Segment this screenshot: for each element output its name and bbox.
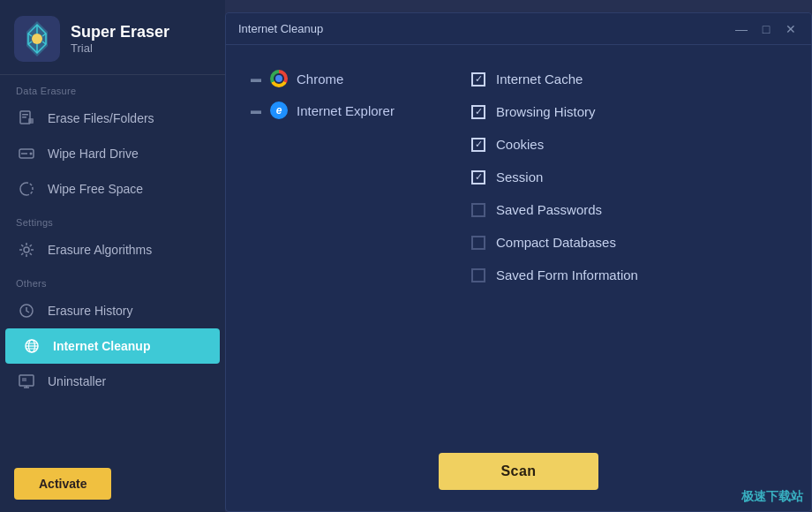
svg-point-15 — [30, 153, 33, 155]
erasure-history-icon — [16, 302, 37, 320]
maximize-button[interactable]: □ — [758, 23, 774, 35]
window-controls: — □ ✕ — [733, 23, 799, 35]
popup-window: Internet Cleanup — □ ✕ ▬ Chrome ▬ e Inte… — [225, 12, 812, 512]
checkbox-saved-form-info[interactable] — [471, 268, 485, 282]
checkbox-saved-passwords[interactable] — [471, 203, 485, 217]
ie-toggle[interactable]: ▬ — [251, 104, 261, 117]
popup-footer: Scan — [226, 439, 811, 511]
app-title-block: Super Eraser Trial — [71, 23, 169, 55]
svg-rect-12 — [22, 117, 26, 118]
watermark: 极速下载站 — [741, 489, 803, 505]
svg-rect-27 — [22, 378, 26, 381]
svg-rect-13 — [28, 118, 34, 124]
internet-cleanup-icon — [21, 337, 42, 355]
option-internet-cache-label: Internet Cache — [496, 72, 583, 87]
scan-button[interactable]: Scan — [439, 453, 598, 490]
sidebar-item-internet-cleanup-label: Internet Cleanup — [53, 339, 150, 353]
options-list: ✓ Internet Cache ✓ Browsing History ✓ Co… — [459, 63, 790, 421]
browser-item-chrome[interactable]: ▬ Chrome — [247, 63, 441, 94]
sidebar-item-wipe-hard-drive-label: Wipe Hard Drive — [48, 147, 139, 161]
sidebar-item-erasure-algorithms[interactable]: Erasure Algorithms — [0, 232, 225, 267]
close-button[interactable]: ✕ — [783, 23, 799, 35]
option-saved-passwords[interactable]: Saved Passwords — [468, 193, 790, 226]
uninstaller-icon — [16, 373, 37, 390]
sidebar-item-uninstaller-label: Uninstaller — [48, 374, 106, 388]
browser-list: ▬ Chrome ▬ e Internet Explorer — [247, 63, 459, 421]
sidebar-item-erasure-history[interactable]: Erasure History — [0, 293, 225, 328]
checkbox-browsing-history[interactable]: ✓ — [471, 105, 485, 119]
checkbox-session[interactable]: ✓ — [471, 170, 485, 184]
sidebar-item-internet-cleanup[interactable]: Internet Cleanup — [5, 328, 220, 364]
sidebar-item-erase-files-label: Erase Files/Folders — [48, 111, 154, 125]
option-session-label: Session — [496, 169, 543, 184]
option-saved-form-info-label: Saved Form Information — [496, 267, 638, 282]
popup-titlebar: Internet Cleanup — □ ✕ — [226, 13, 811, 45]
option-compact-databases-label: Compact Databases — [496, 235, 616, 250]
sidebar-item-wipe-hard-drive[interactable]: Wipe Hard Drive — [0, 136, 225, 171]
chrome-toggle[interactable]: ▬ — [251, 72, 261, 85]
minimize-button[interactable]: — — [733, 23, 749, 35]
sidebar-item-erasure-algorithms-label: Erasure Algorithms — [48, 243, 152, 257]
option-browsing-history[interactable]: ✓ Browsing History — [468, 95, 790, 128]
sidebar-item-wipe-free-space-label: Wipe Free Space — [48, 182, 143, 196]
app-logo — [14, 16, 60, 62]
option-saved-form-info[interactable]: Saved Form Information — [468, 259, 790, 291]
section-label-settings: Settings — [0, 207, 225, 232]
popup-title: Internet Cleanup — [238, 22, 733, 35]
option-browsing-history-label: Browsing History — [496, 104, 596, 119]
app-title: Super Eraser — [71, 23, 169, 41]
svg-point-3 — [32, 34, 42, 44]
browser-item-ie[interactable]: ▬ e Internet Explorer — [247, 94, 441, 126]
sidebar-item-erase-files[interactable]: Erase Files/Folders — [0, 101, 225, 136]
app-header: Super Eraser Trial — [0, 0, 225, 75]
erasure-algorithms-icon — [16, 241, 37, 259]
sidebar-bottom: Activate — [0, 456, 225, 512]
option-compact-databases[interactable]: Compact Databases — [468, 226, 790, 259]
option-cookies-label: Cookies — [496, 137, 544, 152]
section-label-data-erasure: Data Erasure — [0, 75, 225, 101]
erase-files-icon — [16, 109, 37, 127]
ie-label: Internet Explorer — [297, 103, 395, 118]
sidebar: Super Eraser Trial Data Erasure Erase Fi… — [0, 0, 225, 512]
main-content: Internet Cleanup — □ ✕ ▬ Chrome ▬ e Inte… — [225, 0, 812, 512]
sidebar-item-erasure-history-label: Erasure History — [48, 304, 132, 318]
wipe-free-space-icon — [16, 180, 37, 198]
section-label-others: Others — [0, 267, 225, 293]
ie-icon: e — [270, 102, 288, 119]
app-subtitle: Trial — [71, 41, 169, 55]
sidebar-item-wipe-free-space[interactable]: Wipe Free Space — [0, 171, 225, 207]
chrome-label: Chrome — [297, 72, 343, 87]
option-session[interactable]: ✓ Session — [468, 161, 790, 193]
chrome-icon — [270, 70, 288, 87]
checkbox-compact-databases[interactable] — [471, 236, 485, 250]
checkbox-cookies[interactable]: ✓ — [471, 138, 485, 152]
option-internet-cache[interactable]: ✓ Internet Cache — [468, 63, 790, 95]
svg-rect-11 — [22, 114, 28, 116]
svg-point-17 — [24, 247, 29, 252]
option-saved-passwords-label: Saved Passwords — [496, 202, 602, 217]
wipe-hard-drive-icon — [16, 145, 37, 162]
activate-button[interactable]: Activate — [14, 468, 111, 500]
option-cookies[interactable]: ✓ Cookies — [468, 128, 790, 161]
checkbox-internet-cache[interactable]: ✓ — [471, 72, 485, 87]
popup-body: ▬ Chrome ▬ e Internet Explorer ✓ Interne… — [226, 45, 811, 439]
sidebar-item-uninstaller[interactable]: Uninstaller — [0, 364, 225, 399]
